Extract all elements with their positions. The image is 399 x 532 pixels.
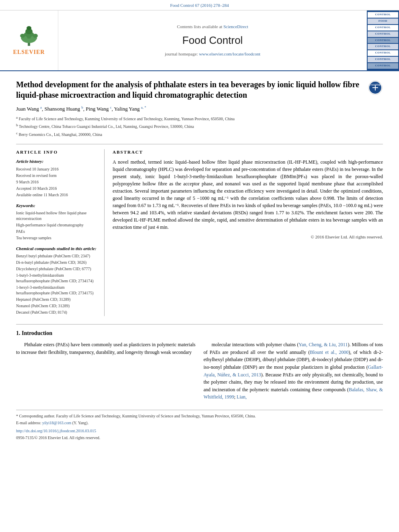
journal-homepage-line: journal homepage: www.elsevier.com/locat… bbox=[165, 51, 261, 57]
article-info-abstract: ARTICLE INFO Article history: Received 1… bbox=[16, 149, 383, 316]
control-bars-section: CONTROL FOOD CONTROL CONTROL CONTROL CON… bbox=[367, 10, 399, 70]
intro-left-end: through bbox=[144, 349, 159, 355]
footnotes: * Corresponding author. Faculty of Life … bbox=[16, 410, 383, 441]
intro-left-text: Phthalate esters (PAEs) have been common… bbox=[16, 341, 195, 356]
keywords-label: Keywords: bbox=[16, 203, 98, 209]
crossmark-icon: CrossMark bbox=[368, 80, 383, 95]
control-bar-4: CONTROL bbox=[368, 31, 398, 37]
homepage-url[interactable]: www.elsevier.com/locate/foodcont bbox=[199, 51, 261, 56]
email-link[interactable]: yilyi18@163.com bbox=[42, 421, 71, 425]
keywords-section: Keywords: Ionic liquid-based hollow fibr… bbox=[16, 203, 98, 241]
homepage-prefix: journal homepage: bbox=[165, 51, 199, 56]
history-accepted: Accepted 10 March 2016 bbox=[16, 186, 98, 191]
chemical-label: Chemical compounds studied in this artic… bbox=[16, 246, 98, 251]
affiliation-c: c Berry Genomics Co., Ltd, Shanghai, 200… bbox=[16, 131, 383, 138]
divider-1 bbox=[16, 144, 383, 144]
elsevier-brand-text: ELSEVIER bbox=[13, 48, 45, 56]
corresponding-author-note: * Corresponding author. Faculty of Life … bbox=[16, 413, 383, 419]
introduction-body: Phthalate esters (PAEs) have been common… bbox=[16, 341, 383, 403]
history-label: Article history: bbox=[16, 158, 98, 164]
control-bar-9: CONTROL bbox=[368, 63, 398, 69]
elsevier-tree-icon bbox=[13, 25, 45, 47]
control-bar-7: CONTROL bbox=[368, 50, 398, 56]
doi-line: http://dx.doi.org/10.1016/j.jfoodcont.20… bbox=[16, 428, 383, 434]
abstract-text: A novel method, termed ionic liquid–base… bbox=[113, 158, 383, 231]
control-bars: CONTROL FOOD CONTROL CONTROL CONTROL CON… bbox=[368, 12, 398, 68]
chemical-3: Dicyclohexyl phthalate (PubChem CID; 677… bbox=[16, 266, 98, 272]
ref-gallart-2013[interactable]: Gallart-Ayala, Núñez, & Lucci, 2013 bbox=[204, 364, 383, 378]
control-bar-6: CONTROL bbox=[368, 44, 398, 49]
chemical-5: 1-hexyl-3-methylimidazolium hexafluoroph… bbox=[16, 285, 98, 296]
journal-header: ELSEVIER Contents lists available at Sci… bbox=[0, 10, 399, 71]
sciencedirect-prefix: Contents lists available at bbox=[177, 24, 223, 29]
copyright-line: © 2016 Elsevier Ltd. All rights reserved… bbox=[113, 234, 383, 240]
svg-point-7 bbox=[20, 34, 25, 38]
affiliation-a: a Faculty of Life Science and Technology… bbox=[16, 115, 383, 122]
article-info-column: ARTICLE INFO Article history: Received 1… bbox=[16, 149, 105, 316]
journal-center: Contents lists available at ScienceDirec… bbox=[58, 10, 367, 70]
history-revised-date: 9 March 2016 bbox=[16, 179, 98, 185]
citation-bar: Food Control 67 (2016) 278–284 bbox=[0, 0, 399, 10]
citation-text: Food Control 67 (2016) 278–284 bbox=[170, 3, 229, 8]
doi-link[interactable]: http://dx.doi.org/10.1016/j.jfoodcont.20… bbox=[16, 429, 96, 433]
ref-lian[interactable]: Lian, bbox=[237, 394, 247, 400]
history-received: Received 10 January 2016 bbox=[16, 166, 98, 172]
issn-line: 0956-7135/© 2016 Elsevier Ltd. All right… bbox=[16, 435, 383, 441]
keyword-4: Tea beverage samples bbox=[16, 235, 98, 241]
keyword-3: PAEs bbox=[16, 229, 98, 234]
article-title: Method development for the analysis of p… bbox=[16, 79, 383, 100]
article-title-section: CrossMark Method development for the ana… bbox=[16, 79, 383, 100]
affiliations: a Faculty of Life Science and Technology… bbox=[16, 115, 383, 138]
article-info-header: ARTICLE INFO bbox=[16, 149, 98, 155]
introduction-section: 1. Introduction Phthalate esters (PAEs) … bbox=[16, 329, 383, 403]
main-content: CrossMark Method development for the ana… bbox=[0, 71, 399, 449]
history-online: Available online 11 March 2016 bbox=[16, 192, 98, 198]
author-2: Shansong Huang b bbox=[45, 106, 83, 112]
intro-left-col: Phthalate esters (PAEs) have been common… bbox=[16, 341, 195, 403]
divider-2 bbox=[16, 324, 383, 325]
control-bar-2: FOOD bbox=[368, 18, 398, 24]
svg-point-8 bbox=[33, 34, 38, 38]
history-revised-label: Received in revised form bbox=[16, 173, 98, 179]
chemical-4: 1-butyl-3-methylimidazolium hexafluoroph… bbox=[16, 273, 98, 284]
intro-right-text: molecular interactions with polymer chai… bbox=[204, 341, 383, 401]
introduction-title: 1. Introduction bbox=[16, 329, 383, 337]
affiliation-b: b Technology Centre, China Tobacco Guang… bbox=[16, 123, 383, 129]
abstract-column: ABSTRACT A novel method, termed ionic li… bbox=[113, 149, 383, 316]
authors-line: Juan Wang a, Shansong Huang b, Ping Wang… bbox=[16, 105, 383, 113]
chemical-7: Nonanol (PubChem CID; 31289) bbox=[16, 303, 98, 309]
intro-right-col: molecular interactions with polymer chai… bbox=[204, 341, 383, 403]
email-line: E-mail address: yilyi18@163.com (Y. Yang… bbox=[16, 420, 383, 426]
journal-title: Food Control bbox=[182, 33, 243, 47]
sciencedirect-line: Contents lists available at ScienceDirec… bbox=[177, 24, 248, 30]
sciencedirect-link[interactable]: ScienceDirect bbox=[223, 24, 248, 29]
ref-blount-2000[interactable]: Blount et al., 2000 bbox=[310, 349, 349, 355]
chemical-6: Heptanol (PubChem CID; 31289) bbox=[16, 297, 98, 302]
svg-point-4 bbox=[27, 26, 31, 30]
author-4: Yaling Yang a, * bbox=[114, 106, 146, 112]
crossmark-section: CrossMark bbox=[368, 80, 383, 97]
elsevier-logo-section: ELSEVIER bbox=[0, 10, 58, 70]
keyword-1: Ionic liquid-based hollow fibre liquid p… bbox=[16, 210, 98, 222]
author-1: Juan Wang a bbox=[16, 106, 42, 112]
control-bar-5: CONTROL bbox=[368, 38, 398, 43]
control-bar-1: CONTROL bbox=[368, 12, 398, 18]
ref-balafas-1999[interactable]: Balafas, Shaw, & Whitfield, 1999 bbox=[204, 387, 383, 400]
author-3: Ping Wang c bbox=[86, 106, 111, 112]
control-bar-3: CONTROL bbox=[368, 25, 398, 31]
ref-yan-2011[interactable]: Yan, Cheng, & Liu, 2011 bbox=[298, 342, 348, 347]
abstract-header: ABSTRACT bbox=[113, 149, 383, 155]
chemical-1: Benzyl butyl phthalate (PubChem CID; 234… bbox=[16, 253, 98, 259]
keyword-2: High-performance liquid chromatography bbox=[16, 222, 98, 228]
chemical-8: Decanol (PubChem CID; 8174) bbox=[16, 310, 98, 315]
chemical-section: Chemical compounds studied in this artic… bbox=[16, 246, 98, 315]
elsevier-logo: ELSEVIER bbox=[13, 25, 45, 56]
chemical-2: Di-n-butyl phthalate (PubChem CID; 3026) bbox=[16, 260, 98, 265]
control-bar-8: CONTROL bbox=[368, 57, 398, 62]
